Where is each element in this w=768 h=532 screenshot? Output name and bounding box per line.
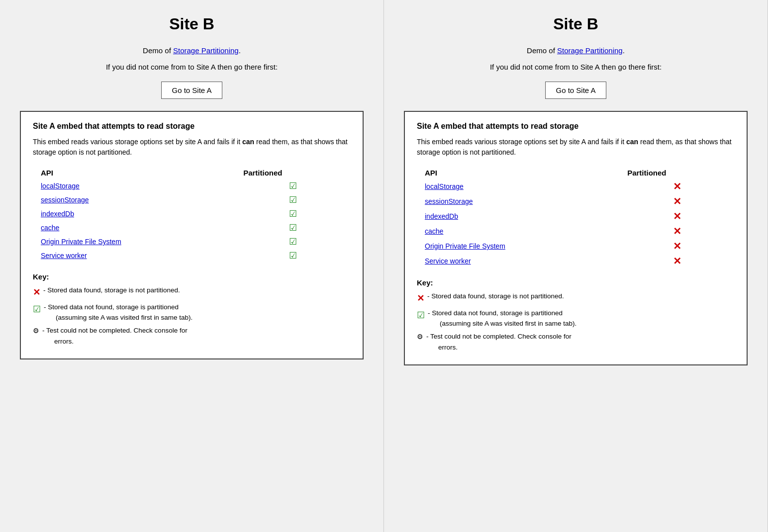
- check-icon: ☑: [289, 209, 297, 219]
- left-key-warning-icon: ⚙: [33, 326, 39, 337]
- right-intro-after: .: [623, 46, 625, 55]
- left-status-0: ☑: [235, 179, 351, 193]
- left-table-row: sessionStorage☑: [33, 193, 351, 207]
- cross-icon: ✕: [673, 226, 681, 237]
- left-col-partitioned: Partitioned: [235, 167, 351, 179]
- right-api-link-1[interactable]: sessionStorage: [425, 197, 473, 205]
- cross-icon: ✕: [673, 211, 681, 222]
- left-goto-button[interactable]: Go to Site A: [161, 82, 222, 99]
- right-key-item-cross: ✕ - Stored data found, storage is not pa…: [417, 291, 735, 306]
- left-storage-partitioning-link[interactable]: Storage Partitioning: [173, 46, 239, 55]
- right-table-row: cache✕: [417, 224, 735, 239]
- cross-icon: ✕: [673, 196, 681, 207]
- right-api-link-5[interactable]: Service worker: [425, 257, 471, 265]
- right-key-cross-icon: ✕: [417, 291, 424, 306]
- right-table-row: Service worker✕: [417, 254, 735, 268]
- left-intro: Demo of Storage Partitioning.: [20, 45, 364, 57]
- right-col-partitioned: Partitioned: [619, 167, 735, 179]
- right-status-2: ✕: [619, 209, 735, 224]
- left-key-warning-text: - Test could not be completed. Check con…: [42, 325, 351, 347]
- left-key-item-cross: ✕ - Stored data found, storage is not pa…: [33, 285, 351, 300]
- right-api-table: API Partitioned localStorage✕sessionStor…: [417, 167, 735, 268]
- right-api-link-4[interactable]: Origin Private File System: [425, 242, 505, 250]
- right-embed-desc: This embed reads various storage options…: [417, 137, 735, 158]
- right-status-3: ✕: [619, 224, 735, 239]
- cross-icon: ✕: [673, 241, 681, 252]
- right-desc-bold: can: [626, 138, 638, 146]
- right-key-warning-line1: - Test could not be completed. Check con…: [426, 333, 572, 340]
- right-key-cross-text: - Stored data found, storage is not part…: [427, 291, 735, 302]
- left-desc-bold: can: [242, 138, 254, 146]
- left-embed-title: Site A embed that attempts to read stora…: [33, 122, 351, 131]
- right-intro-before: Demo of: [527, 46, 557, 55]
- right-desc-before: This embed reads various storage options…: [417, 138, 626, 146]
- left-key-section: Key: ✕ - Stored data found, storage is n…: [33, 272, 351, 347]
- right-key-warning-line2: errors.: [426, 344, 458, 351]
- left-redirect-text: If you did not come from to Site A then …: [20, 62, 364, 73]
- left-status-2: ☑: [235, 207, 351, 221]
- left-goto-container: Go to Site A: [20, 82, 364, 99]
- left-status-3: ☑: [235, 221, 351, 235]
- left-key-cross-icon: ✕: [33, 285, 40, 300]
- left-col-api: API: [33, 167, 235, 179]
- left-key-item-warning: ⚙ - Test could not be completed. Check c…: [33, 325, 351, 347]
- right-key-title: Key:: [417, 278, 735, 287]
- check-icon: ☑: [289, 237, 297, 247]
- right-api-link-2[interactable]: indexedDb: [425, 212, 458, 220]
- left-key-check-icon: ☑: [33, 302, 41, 317]
- left-api-link-3[interactable]: cache: [41, 224, 59, 232]
- left-table-row: localStorage☑: [33, 179, 351, 193]
- right-key-item-check: ☑ - Stored data not found, storage is pa…: [417, 308, 735, 329]
- left-key-check-text: - Stored data not found, storage is part…: [44, 302, 351, 323]
- cross-icon: ✕: [673, 256, 681, 266]
- right-intro: Demo of Storage Partitioning.: [404, 45, 748, 57]
- left-key-warning-line1: - Test could not be completed. Check con…: [42, 327, 188, 334]
- left-embed-desc: This embed reads various storage options…: [33, 137, 351, 158]
- right-api-link-3[interactable]: cache: [425, 227, 443, 235]
- right-key-warning-text: - Test could not be completed. Check con…: [426, 331, 735, 353]
- cross-icon: ✕: [673, 181, 681, 192]
- right-table-row: localStorage✕: [417, 179, 735, 194]
- right-key-check-icon: ☑: [417, 308, 425, 323]
- right-table-row: sessionStorage✕: [417, 194, 735, 209]
- left-api-link-2[interactable]: indexedDb: [41, 210, 74, 218]
- left-api-link-4[interactable]: Origin Private File System: [41, 238, 121, 246]
- left-api-table: API Partitioned localStorage☑sessionStor…: [33, 167, 351, 263]
- left-status-4: ☑: [235, 235, 351, 249]
- right-key-check-line1: - Stored data not found, storage is part…: [428, 309, 563, 317]
- check-icon: ☑: [289, 181, 297, 191]
- left-api-link-0[interactable]: localStorage: [41, 182, 80, 190]
- right-title: Site B: [404, 15, 748, 33]
- left-desc-before: This embed reads various storage options…: [33, 138, 242, 146]
- right-storage-partitioning-link[interactable]: Storage Partitioning: [557, 46, 623, 55]
- right-embed-box: Site A embed that attempts to read stora…: [404, 111, 748, 365]
- check-icon: ☑: [289, 195, 297, 205]
- right-key-check-text: - Stored data not found, storage is part…: [428, 308, 735, 329]
- right-table-row: Origin Private File System✕: [417, 239, 735, 254]
- right-goto-container: Go to Site A: [404, 82, 748, 99]
- left-status-1: ☑: [235, 193, 351, 207]
- left-api-link-1[interactable]: sessionStorage: [41, 196, 89, 204]
- right-embed-title: Site A embed that attempts to read stora…: [417, 122, 735, 131]
- left-key-warning-line2: errors.: [42, 338, 74, 345]
- left-status-5: ☑: [235, 249, 351, 263]
- right-status-4: ✕: [619, 239, 735, 254]
- left-intro-before: Demo of: [143, 46, 173, 55]
- right-redirect-text: If you did not come from to Site A then …: [404, 62, 748, 73]
- left-intro-after: .: [239, 46, 241, 55]
- left-key-cross-text: - Stored data found, storage is not part…: [43, 285, 351, 296]
- right-col-api: API: [417, 167, 619, 179]
- right-goto-button[interactable]: Go to Site A: [545, 82, 606, 99]
- right-key-section: Key: ✕ - Stored data found, storage is n…: [417, 278, 735, 353]
- left-table-row: indexedDb☑: [33, 207, 351, 221]
- left-key-check-line1: - Stored data not found, storage is part…: [44, 303, 179, 311]
- right-panel: Site B Demo of Storage Partitioning. If …: [384, 0, 768, 532]
- left-key-check-line2: (assuming site A was visited first in sa…: [44, 314, 192, 321]
- left-key-title: Key:: [33, 272, 351, 281]
- right-key-item-warning: ⚙ - Test could not be completed. Check c…: [417, 331, 735, 353]
- right-status-0: ✕: [619, 179, 735, 194]
- left-table-row: cache☑: [33, 221, 351, 235]
- right-api-link-0[interactable]: localStorage: [425, 182, 464, 190]
- check-icon: ☑: [289, 223, 297, 233]
- left-api-link-5[interactable]: Service worker: [41, 252, 87, 260]
